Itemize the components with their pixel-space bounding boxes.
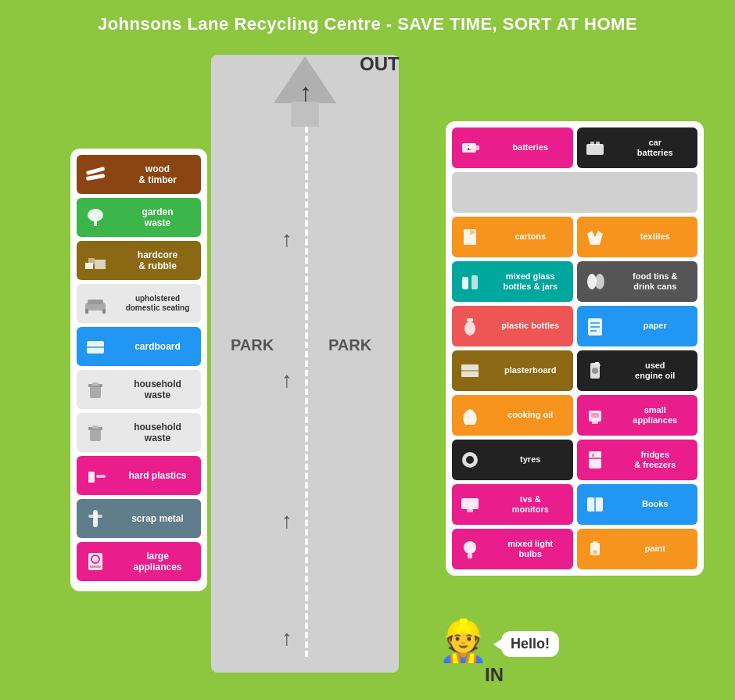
food-tins-cell: food tins &drink cans (577, 261, 698, 302)
plastic-bottles-cell: plastic bottles (452, 306, 573, 346)
grid-row-4: mixed glassbottles & jars food tins &dri… (452, 261, 697, 302)
tyres-label: tyres (488, 440, 573, 480)
svg-rect-53 (592, 422, 598, 424)
large-appliances-label: largeappliances (114, 542, 201, 581)
fridges-freezers-label: fridges& freezers (613, 440, 698, 480)
small-appliances-cell: smallappliances (577, 395, 698, 436)
svg-rect-7 (95, 260, 106, 269)
cooking-oil-cell: cooking oil (452, 395, 573, 436)
cooking-oil-label: cooking oil (488, 395, 573, 436)
cartons-cell: cartons (452, 217, 573, 257)
svg-rect-67 (593, 541, 597, 544)
household-waste-2-icon (77, 413, 114, 452)
grid-row-8: tyres fridges& freezers (452, 440, 697, 480)
mixed-light-bulbs-icon (452, 529, 488, 569)
svg-rect-38 (462, 277, 468, 289)
svg-rect-59 (592, 454, 594, 457)
plasterboard-cell: plasterboard (452, 350, 573, 391)
list-item: wood& timber (77, 155, 201, 194)
svg-rect-2 (86, 167, 105, 175)
svg-rect-11 (85, 309, 88, 314)
svg-point-41 (595, 274, 604, 289)
small-appliances-icon (577, 395, 613, 436)
svg-rect-61 (467, 509, 473, 512)
garden-waste-label: gardenwaste (114, 198, 201, 237)
main-title: Johnsons Lane Recycling Centre - SAVE TI… (0, 0, 735, 42)
road-arrow-3: ↑ (281, 508, 292, 533)
textiles-cell: textiles (577, 217, 698, 257)
paint-icon (577, 529, 613, 569)
svg-rect-29 (476, 145, 479, 150)
mixed-glass-label: mixed glassbottles & jars (488, 261, 573, 302)
paint-label: paint (613, 529, 698, 569)
list-item: cardboard (77, 327, 201, 366)
small-appliances-label: smallappliances (613, 395, 698, 436)
svg-rect-20 (92, 425, 99, 429)
cardboard-label: cardboard (114, 327, 201, 366)
large-appliances-icon (77, 542, 114, 581)
hello-text: Hello! (511, 636, 550, 652)
list-item: gardenwaste (77, 198, 201, 237)
svg-rect-32 (469, 145, 471, 149)
svg-rect-57 (589, 451, 601, 468)
books-icon (577, 484, 613, 525)
paper-cell: paper (577, 306, 698, 346)
books-label: Books (613, 484, 698, 525)
upholstered-seating-label: upholstereddomestic seating (114, 284, 201, 323)
grid-row-5: plastic bottles paper (452, 306, 697, 346)
grid-row-3: cartons textiles (452, 217, 697, 257)
plasterboard-icon (452, 350, 488, 391)
list-item: hard plastics (77, 456, 201, 495)
household-waste-1-label: householdwaste (114, 370, 201, 409)
batteries-cell: batteries (452, 127, 573, 168)
grid-row-1: batteries carbatteries (452, 127, 697, 168)
upholstered-seating-icon (77, 284, 114, 323)
out-label: OUT (360, 53, 400, 75)
household-waste-2-label: householdwaste (114, 413, 201, 452)
road-dashes (305, 70, 308, 657)
road (211, 55, 399, 673)
wood-timber-icon (77, 155, 114, 194)
used-engine-oil-cell: usedengine oil (577, 350, 698, 391)
grid-row-9: tvs &monitors Books (452, 484, 697, 525)
svg-rect-54 (591, 413, 599, 418)
list-item: householdwaste (77, 370, 201, 409)
hard-plastics-label: hard plastics (114, 456, 201, 495)
scrap-metal-label: scrap metal (114, 499, 201, 538)
left-panel: wood& timber gardenwaste hardcore& rubbl… (70, 149, 207, 591)
scrap-metal-icon (77, 499, 114, 538)
svg-rect-34 (590, 142, 594, 145)
batteries-icon (452, 127, 488, 168)
park-left-label: PARK (231, 336, 274, 354)
worker-character: 👷 Hello! (438, 620, 559, 661)
list-item: scrap metal (77, 499, 201, 538)
mixed-glass-cell: mixed glassbottles & jars (452, 261, 573, 302)
books-cell: Books (577, 484, 698, 525)
wood-timber-label: wood& timber (114, 155, 201, 194)
svg-rect-42 (467, 318, 473, 321)
worker-figure: 👷 (438, 620, 489, 661)
svg-rect-8 (88, 258, 95, 264)
textiles-icon (577, 217, 613, 257)
paint-cell: paint (577, 529, 698, 569)
used-engine-oil-label: usedengine oil (613, 350, 698, 391)
list-item: householdwaste (77, 413, 201, 452)
batteries-label: batteries (488, 127, 573, 168)
svg-point-64 (464, 541, 476, 554)
hardcore-rubble-icon (77, 241, 114, 280)
fridges-freezers-icon (577, 440, 613, 480)
svg-point-43 (464, 321, 475, 336)
svg-rect-22 (96, 475, 106, 478)
road-arrow-1: ↑ (281, 227, 292, 252)
paper-icon (577, 306, 613, 346)
svg-rect-17 (92, 382, 99, 386)
paper-label: paper (613, 306, 698, 346)
svg-rect-23 (93, 510, 98, 527)
used-engine-oil-icon (577, 350, 613, 391)
tvs-monitors-cell: tvs &monitors (452, 484, 573, 525)
road-arrow-2: ↑ (281, 368, 292, 393)
svg-point-56 (466, 456, 474, 464)
mixed-light-bulbs-label: mixed lightbulbs (488, 529, 573, 569)
hard-plastics-icon (77, 456, 114, 495)
road-arrow-4: ↑ (281, 626, 292, 651)
